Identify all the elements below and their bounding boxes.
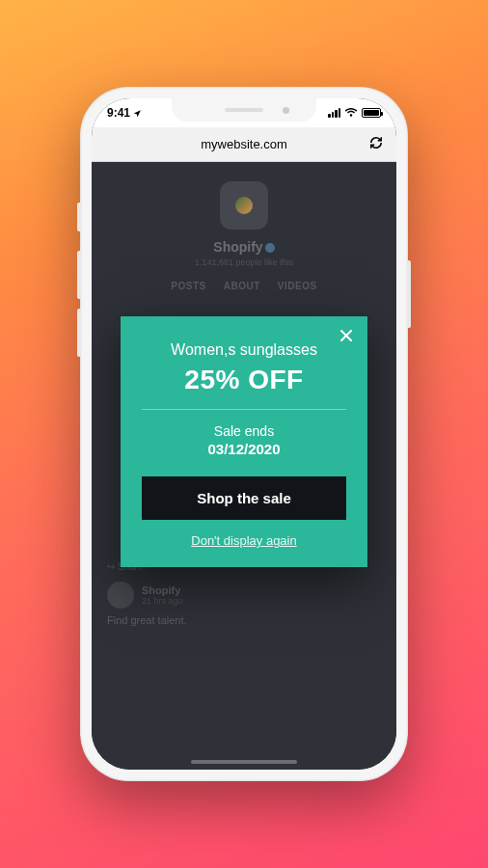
post-avatar bbox=[107, 582, 134, 609]
promo-popup: Women,s sunglasses 25% OFF Sale ends 03/… bbox=[121, 316, 367, 567]
verified-badge-icon bbox=[265, 243, 275, 253]
post-username: Shopify bbox=[142, 584, 183, 596]
refresh-icon[interactable] bbox=[369, 136, 383, 152]
shop-sale-button[interactable]: Shop the sale bbox=[142, 476, 346, 520]
dont-display-again-link[interactable]: Don't display again bbox=[142, 533, 346, 548]
profile-header: Shopify 1,141,681 people like this POSTS… bbox=[101, 181, 387, 291]
phone-mute-switch bbox=[77, 203, 81, 231]
tab-about[interactable]: ABOUT bbox=[224, 281, 260, 291]
page-content: Shopify 1,141,681 people like this POSTS… bbox=[92, 162, 396, 770]
phone-screen: 9:41 mywebsite.com bbox=[92, 98, 396, 770]
status-indicators bbox=[328, 108, 381, 118]
wifi-icon bbox=[344, 108, 358, 118]
popup-divider bbox=[142, 409, 346, 410]
browser-address-bar[interactable]: mywebsite.com bbox=[92, 127, 396, 162]
status-time-area: 9:41 bbox=[107, 106, 142, 120]
home-indicator[interactable] bbox=[191, 760, 297, 764]
tab-posts[interactable]: POSTS bbox=[171, 281, 205, 291]
phone-volume-down bbox=[77, 309, 81, 357]
battery-icon bbox=[362, 108, 381, 118]
popup-title: Women,s sunglasses bbox=[142, 341, 346, 359]
post-timestamp: 21 hrs ago bbox=[142, 596, 183, 606]
profile-tabs: POSTS ABOUT VIDEOS bbox=[101, 281, 387, 291]
popup-discount: 25% OFF bbox=[142, 365, 346, 395]
cellular-signal-icon bbox=[328, 108, 340, 118]
tab-videos[interactable]: VIDEOS bbox=[278, 281, 317, 291]
phone-power-button bbox=[407, 260, 411, 328]
phone-speaker bbox=[225, 108, 263, 112]
popup-ends-label: Sale ends bbox=[142, 423, 346, 439]
location-arrow-icon bbox=[133, 109, 142, 118]
popup-ends-date: 03/12/2020 bbox=[142, 441, 346, 457]
phone-camera bbox=[283, 107, 289, 114]
profile-likes-count: 1,141,681 people like this bbox=[101, 258, 387, 267]
status-time: 9:41 bbox=[107, 106, 130, 120]
close-icon[interactable] bbox=[337, 326, 356, 345]
phone-notch bbox=[172, 98, 316, 122]
background-post: ↪ Share Shopify 21 hrs ago Find great ta… bbox=[101, 561, 387, 626]
phone-frame: 9:41 mywebsite.com bbox=[80, 87, 408, 781]
profile-avatar bbox=[220, 181, 268, 230]
profile-name: Shopify bbox=[101, 239, 387, 255]
post-body-text: Find great talent. bbox=[107, 614, 381, 626]
phone-volume-up bbox=[77, 251, 81, 299]
url-text: mywebsite.com bbox=[201, 137, 287, 151]
